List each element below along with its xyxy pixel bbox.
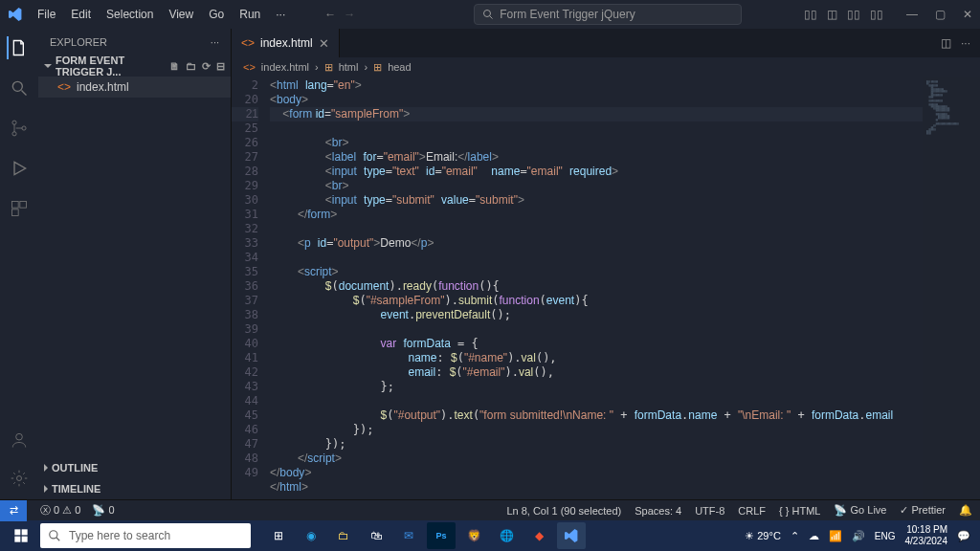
split-editor-icon[interactable]: ◫: [941, 36, 951, 50]
breadcrumb-item[interactable]: head: [388, 61, 411, 73]
more-actions-icon[interactable]: ···: [961, 36, 970, 50]
layout-customize-icon[interactable]: ▯▯: [870, 8, 883, 21]
taskbar-search-placeholder: Type here to search: [69, 529, 170, 542]
problems-status[interactable]: ⓧ 0 ⚠ 0: [40, 503, 80, 518]
vscode-logo-icon: [8, 7, 23, 22]
close-tab-icon[interactable]: ✕: [319, 36, 329, 51]
activity-explorer-icon[interactable]: [7, 36, 30, 59]
window-minimize-icon[interactable]: —: [906, 8, 918, 21]
explorer-sidebar: EXPLORER ··· FORM EVENT TRIGGER J... 🗎 🗀…: [38, 29, 232, 499]
menu-edit[interactable]: Edit: [64, 4, 98, 25]
go-live-button[interactable]: 📡 Go Live: [834, 504, 886, 517]
svg-point-2: [12, 81, 22, 91]
wifi-icon[interactable]: 📶: [829, 530, 842, 542]
collapse-icon[interactable]: ⊟: [216, 60, 225, 73]
indentation-status[interactable]: Spaces: 4: [635, 505, 681, 517]
code-editor[interactable]: <html lang="en"> <body> <form id="sample…: [270, 77, 923, 499]
system-tray: ☀ 29°C ⌃ ☁ 📶 🔊 ENG 10:18 PM 4/23/2024 💬: [745, 524, 974, 547]
tray-chevron-icon[interactable]: ⌃: [791, 530, 799, 542]
notifications-icon[interactable]: 🔔: [959, 504, 972, 517]
explorer-more-icon[interactable]: ···: [211, 36, 219, 48]
clock[interactable]: 10:18 PM 4/23/2024: [905, 524, 948, 547]
edge-icon[interactable]: ◉: [297, 522, 325, 549]
language-indicator[interactable]: ENG: [875, 531, 896, 541]
command-center[interactable]: Form Event Trigger jQuery: [474, 4, 742, 25]
new-folder-icon[interactable]: 🗀: [186, 60, 196, 73]
activity-settings-icon[interactable]: [8, 467, 31, 490]
menu-file[interactable]: File: [31, 4, 62, 25]
menu-run[interactable]: Run: [233, 4, 267, 25]
svg-rect-14: [14, 537, 20, 542]
nav-arrows: ← →: [324, 8, 355, 21]
eol-status[interactable]: CRLF: [738, 505, 766, 517]
prettier-status[interactable]: ✓ Prettier: [900, 504, 946, 517]
activity-source-control-icon[interactable]: [8, 117, 31, 140]
nav-forward-icon[interactable]: →: [344, 8, 355, 21]
outline-section[interactable]: OUTLINE: [38, 457, 231, 478]
minimap[interactable]: ███ ████████ ████████ ██ ███████████ ███…: [923, 77, 980, 499]
app-menu: File Edit Selection View Go Run ···: [31, 4, 292, 25]
windows-taskbar: Type here to search ⊞ ◉ 🗀 🛍 ✉ Ps 🦁 🌐 ◆ ☀…: [0, 520, 980, 551]
window-restore-icon[interactable]: ▢: [935, 8, 946, 21]
layout-panel-icon[interactable]: ◫: [827, 8, 837, 21]
search-icon: [48, 529, 61, 542]
chrome-icon[interactable]: 🌐: [492, 522, 521, 549]
onedrive-icon[interactable]: ☁: [809, 530, 819, 542]
vscode-icon[interactable]: [557, 522, 586, 549]
svg-rect-15: [22, 537, 28, 542]
cursor-position[interactable]: Ln 8, Col 1 (90 selected): [506, 505, 621, 517]
layout-sidebar-icon[interactable]: ▯▯: [847, 8, 860, 21]
breadcrumb[interactable]: <>index.html › ⊞html › ⊞head: [232, 57, 980, 77]
menu-overflow[interactable]: ···: [269, 4, 292, 25]
activity-extensions-icon[interactable]: [8, 197, 31, 220]
store-icon[interactable]: 🛍: [362, 522, 390, 549]
remote-button[interactable]: ⇄: [0, 500, 27, 521]
svg-point-0: [484, 11, 491, 17]
svg-rect-9: [12, 209, 19, 216]
statusbar: ⇄ ⓧ 0 ⚠ 0 📡 0 Ln 8, Col 1 (90 selected) …: [0, 499, 980, 520]
ports-status[interactable]: 📡 0: [92, 504, 114, 517]
svg-line-1: [490, 16, 493, 19]
command-center-text: Form Event Trigger jQuery: [500, 8, 635, 21]
activity-search-icon[interactable]: [8, 77, 31, 99]
menu-selection[interactable]: Selection: [100, 4, 160, 25]
start-button[interactable]: [6, 522, 36, 549]
activity-run-debug-icon[interactable]: [8, 157, 31, 180]
refresh-icon[interactable]: ⟳: [202, 60, 211, 73]
layout-primary-icon[interactable]: ▯▯: [804, 8, 817, 21]
photoshop-icon[interactable]: Ps: [427, 522, 456, 549]
taskbar-apps: ⊞ ◉ 🗀 🛍 ✉ Ps 🦁 🌐 ◆: [264, 522, 586, 549]
chevron-down-icon: [44, 64, 52, 68]
app-icon[interactable]: ◆: [524, 522, 553, 549]
window-close-icon[interactable]: ✕: [963, 8, 972, 21]
svg-point-4: [12, 121, 16, 124]
editor-tab[interactable]: <> index.html ✕: [232, 29, 340, 57]
volume-icon[interactable]: 🔊: [852, 530, 865, 542]
action-center-icon[interactable]: 💬: [957, 530, 970, 542]
timeline-section[interactable]: TIMELINE: [38, 478, 231, 499]
weather-widget[interactable]: ☀ 29°C: [745, 530, 781, 542]
svg-line-17: [56, 538, 60, 541]
chevron-right-icon: [44, 485, 48, 493]
encoding-status[interactable]: UTF-8: [695, 505, 724, 517]
menu-go[interactable]: Go: [202, 4, 231, 25]
nav-back-icon[interactable]: ←: [324, 8, 336, 21]
brave-icon[interactable]: 🦁: [459, 522, 488, 549]
chevron-right-icon: [44, 464, 48, 472]
new-file-icon[interactable]: 🗎: [169, 60, 180, 73]
task-view-icon[interactable]: ⊞: [264, 522, 293, 549]
tab-label: index.html: [260, 36, 313, 50]
activity-accounts-icon[interactable]: [8, 429, 31, 452]
mail-icon[interactable]: ✉: [394, 522, 423, 549]
workspace-folder[interactable]: FORM EVENT TRIGGER J... 🗎 🗀 ⟳ ⊟: [38, 55, 231, 77]
menu-view[interactable]: View: [162, 4, 200, 25]
file-tree-item[interactable]: <> index.html: [38, 77, 231, 98]
search-icon: [482, 9, 494, 20]
svg-rect-13: [22, 529, 28, 535]
breadcrumb-item[interactable]: index.html: [261, 61, 309, 73]
explorer-icon[interactable]: 🗀: [329, 522, 358, 549]
breadcrumb-item[interactable]: html: [339, 61, 359, 73]
taskbar-search[interactable]: Type here to search: [40, 523, 251, 548]
language-mode[interactable]: { } HTML: [779, 505, 820, 517]
svg-rect-8: [20, 202, 27, 209]
